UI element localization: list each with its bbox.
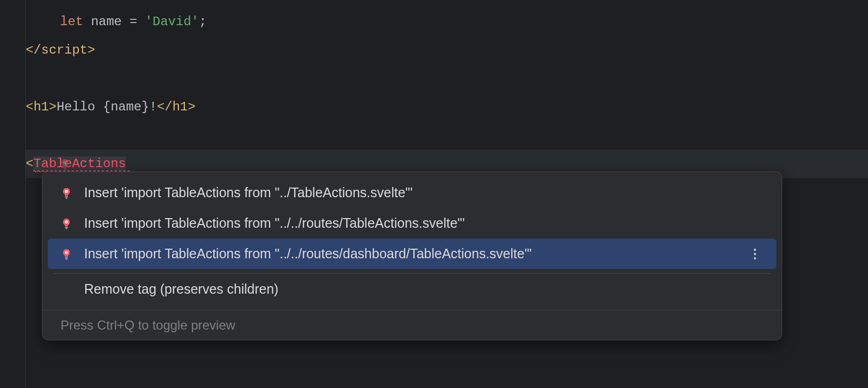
intention-item-selected[interactable]: ! Insert 'import TableActions from "../.… [48, 238, 776, 269]
tag-close-script: </script [26, 43, 87, 57]
rbrace: } [141, 100, 149, 114]
editor-gutter [0, 0, 26, 388]
tag-h1-close: h1 [173, 100, 188, 114]
svg-point-18 [753, 257, 755, 259]
intention-item-label: Remove tag (preserves children) [84, 281, 768, 297]
intention-item[interactable]: Remove tag (preserves children) [48, 274, 776, 304]
more-actions-button[interactable] [741, 243, 768, 265]
text-bang: ! [149, 100, 156, 114]
intention-item[interactable]: ! Insert 'import TableActions from "../T… [48, 177, 776, 208]
tag-lt: < [26, 156, 33, 171]
intention-actions-popup[interactable]: ! Insert 'import TableActions from "../T… [42, 171, 782, 340]
tag-error-name: TableActions [33, 156, 126, 171]
semicolon: ; [199, 14, 206, 29]
code-line[interactable]: <h1>Hello {name}!</h1> [26, 93, 868, 121]
svg-rect-8 [65, 227, 68, 228]
svg-text:!: ! [66, 251, 67, 254]
string-literal: 'David' [145, 14, 199, 29]
code-line-blank[interactable] [26, 64, 868, 93]
bulb-error-icon: ! [61, 218, 72, 229]
expr-var: name [110, 100, 141, 114]
popup-footer-hint: Press Ctrl+Q to toggle preview [42, 310, 782, 340]
svg-rect-4 [65, 196, 68, 197]
code-line[interactable]: </script> [26, 36, 868, 64]
svg-rect-12 [65, 257, 68, 258]
svg-text:!: ! [66, 220, 67, 223]
svg-point-17 [753, 252, 755, 255]
svg-rect-13 [65, 259, 68, 259]
tag-h1: h1 [33, 100, 49, 114]
tag-close-lt: </ [157, 100, 173, 114]
operator-eq: = [122, 14, 145, 29]
code-line-bulb[interactable]: ! [26, 121, 868, 150]
lbrace: { [103, 100, 110, 114]
tag-gt-close: > [188, 100, 196, 114]
code-line[interactable]: let name = 'David'; [26, 8, 868, 36]
tag-gt: > [49, 100, 56, 114]
tag-gt: > [87, 43, 95, 57]
bulb-error-icon: ! [61, 248, 72, 260]
kebab-menu-icon [753, 248, 757, 260]
svg-point-16 [753, 248, 755, 250]
keyword-let: let [60, 14, 83, 29]
svg-text:!: ! [66, 190, 67, 193]
intention-item-label: Insert 'import TableActions from "../Tab… [84, 185, 768, 200]
intention-item[interactable]: ! Insert 'import TableActions from "../.… [48, 208, 776, 238]
intention-item-label: Insert 'import TableActions from "../../… [84, 215, 768, 231]
svg-rect-9 [65, 228, 68, 229]
identifier: name [91, 14, 122, 29]
intention-list: ! Insert 'import TableActions from "../T… [42, 172, 782, 304]
bulb-error-icon: ! [61, 187, 72, 199]
text-hello: Hello [57, 100, 103, 114]
intention-item-label: Insert 'import TableActions from "../../… [84, 246, 735, 262]
svg-rect-5 [65, 198, 68, 198]
tag-lt: < [26, 100, 33, 114]
